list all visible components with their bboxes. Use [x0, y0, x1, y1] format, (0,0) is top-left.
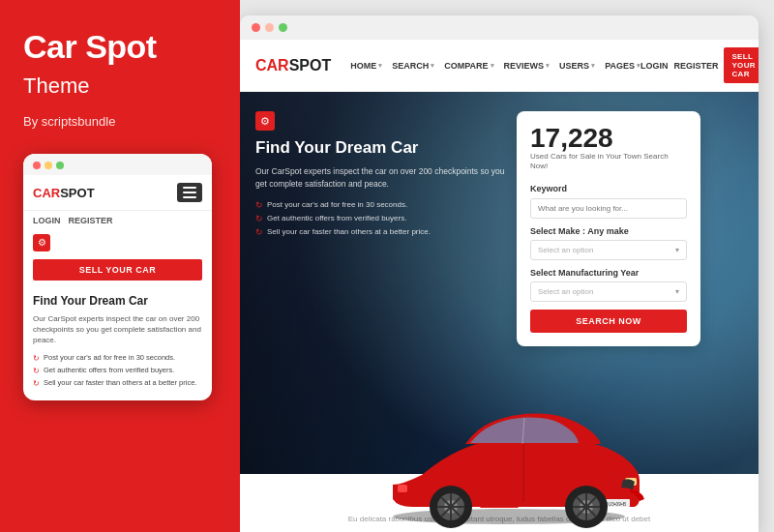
- mobile-feature-icon-1: ↻: [33, 354, 40, 363]
- mobile-gear-icon: ⚙: [33, 234, 50, 251]
- make-chevron-icon: ▾: [675, 246, 679, 254]
- browser-top-bar: [240, 15, 759, 40]
- hero-feature-1: ↻ Post your car's ad for free in 30 seco…: [255, 200, 507, 210]
- keyword-label: Keyword: [530, 184, 687, 193]
- mobile-feature-text-1: Post your car's ad for free in 30 second…: [44, 353, 175, 362]
- mobile-dot-red: [33, 162, 41, 169]
- nav-users[interactable]: USERS ▾: [559, 61, 595, 71]
- mobile-sell-button[interactable]: SELL YOUR CAR: [33, 259, 202, 281]
- hamburger-line-3: [183, 196, 196, 198]
- site-logo: CARSPOT: [255, 57, 331, 74]
- hero-gear-icon: ⚙: [255, 111, 275, 131]
- mobile-gear-row: ⚙: [23, 230, 212, 255]
- search-now-button[interactable]: SEARCH NOW: [530, 310, 687, 333]
- hamburger-line-2: [183, 192, 196, 193]
- nav-search-label: SEARCH: [392, 61, 429, 71]
- hero-feature-3: ↻ Sell your car faster than others at a …: [255, 227, 507, 237]
- site-logo-car: CAR: [255, 57, 289, 74]
- mobile-feature-icon-2: ↻: [33, 367, 40, 375]
- mobile-feature-2: ↻ Get authentic offers from verified buy…: [33, 366, 202, 375]
- car-svg: DU3•09•B: [354, 373, 664, 528]
- make-select[interactable]: Select an option ▾: [530, 240, 687, 260]
- hero-feature-text-3: Sell your car faster than others at a be…: [267, 227, 431, 236]
- hamburger-line-1: [183, 187, 196, 189]
- brand-subtitle: Theme: [23, 74, 217, 98]
- nav-register-link[interactable]: REGISTER: [673, 61, 718, 71]
- browser-content: CARSPOT HOME ▾ SEARCH ▾ COMPARE ▾ REVIEW…: [240, 40, 759, 532]
- mobile-dot-yellow: [45, 162, 52, 169]
- mobile-mockup: CARSPOT LOGIN REGISTER ⚙ SELL YOUR CAR F…: [23, 154, 212, 401]
- hero-feature-text-2: Get authentic offers from verified buyer…: [267, 214, 406, 222]
- hero-section: ⚙ Find Your Dream Car Our CarSpot expert…: [240, 92, 759, 532]
- mobile-feature-text-3: Sell your car faster than others at a be…: [44, 378, 196, 387]
- nav-search-chevron: ▾: [431, 62, 434, 70]
- make-label: Select Make : Any make: [530, 226, 687, 236]
- keyword-input[interactable]: [530, 198, 687, 219]
- nav-reviews-label: REVIEWS: [504, 61, 545, 71]
- hero-feature-2: ↻ Get authentic offers from verified buy…: [255, 214, 507, 223]
- mobile-feature-icon-3: ↻: [33, 379, 40, 388]
- nav-home-chevron: ▾: [378, 62, 382, 70]
- nav-links: HOME ▾ SEARCH ▾ COMPARE ▾ REVIEWS ▾ USER…: [350, 61, 640, 71]
- nav-auth: LOGIN REGISTER SELL YOUR CAR: [640, 47, 759, 83]
- hero-title: Find Your Dream Car: [255, 138, 507, 158]
- nav-users-label: USERS: [559, 61, 589, 71]
- nav-search[interactable]: SEARCH ▾: [392, 61, 434, 71]
- brand-title: Car Spot: [23, 29, 217, 65]
- nav-reviews-chevron: ▾: [546, 62, 550, 70]
- sell-your-car-button[interactable]: SELL YOUR CAR: [724, 47, 759, 83]
- nav-compare[interactable]: COMPARE ▾: [444, 61, 493, 71]
- hamburger-icon[interactable]: [177, 183, 202, 202]
- mobile-hero-text: Our CarSpot experts inspect the car on o…: [33, 313, 202, 346]
- year-label: Select Manufacturing Year: [530, 268, 687, 278]
- browser-dot-green: [279, 23, 287, 32]
- nav-pages[interactable]: PAGES ▾: [605, 61, 640, 71]
- search-widget: 17,228 Used Cars for Sale in Your Town S…: [517, 111, 700, 346]
- search-count: 17,228: [530, 125, 687, 152]
- mobile-nav: CARSPOT: [23, 175, 212, 211]
- site-nav: CARSPOT HOME ▾ SEARCH ▾ COMPARE ▾ REVIEW…: [240, 40, 759, 92]
- nav-reviews[interactable]: REVIEWS ▾: [504, 61, 551, 71]
- year-select[interactable]: Select an option ▾: [530, 281, 687, 302]
- mobile-login-link[interactable]: LOGIN: [33, 216, 61, 225]
- hero-feature-icon-1: ↻: [255, 200, 263, 210]
- browser-dot-red: [252, 23, 260, 32]
- mobile-logo: CARSPOT: [33, 184, 95, 201]
- hero-content: ⚙ Find Your Dream Car Our CarSpot expert…: [240, 92, 759, 532]
- site-logo-spot: SPOT: [289, 57, 332, 74]
- nav-login-link[interactable]: LOGIN: [640, 61, 669, 71]
- year-select-value: Select an option: [538, 287, 593, 296]
- make-select-value: Select an option: [538, 246, 593, 254]
- mobile-top-bar: [23, 154, 212, 175]
- brand-by: By scriptsbundle: [23, 114, 217, 129]
- nav-users-chevron: ▾: [591, 62, 595, 70]
- mobile-dot-green: [56, 162, 64, 169]
- browser-mockup: CARSPOT HOME ▾ SEARCH ▾ COMPARE ▾ REVIEW…: [240, 15, 759, 532]
- mobile-feature-text-2: Get authentic offers from verified buyer…: [44, 366, 174, 374]
- svg-rect-3: [398, 485, 407, 492]
- mobile-logo-car: CAR: [33, 186, 60, 200]
- mobile-register-link[interactable]: REGISTER: [69, 216, 113, 225]
- mobile-content: Find Your Dream Car Our CarSpot experts …: [23, 284, 212, 401]
- hero-feature-icon-2: ↻: [255, 214, 263, 223]
- year-chevron-icon: ▾: [675, 287, 679, 296]
- hero-feature-text-1: Post your car's ad for free in 30 second…: [267, 200, 407, 209]
- mobile-feature-1: ↻ Post your car's ad for free in 30 seco…: [33, 353, 202, 363]
- nav-pages-label: PAGES: [605, 61, 635, 71]
- svg-text:DU3•09•B: DU3•09•B: [605, 501, 627, 507]
- nav-home-label: HOME: [350, 61, 376, 71]
- browser-dot-yellow: [265, 23, 274, 32]
- left-panel: Car Spot Theme By scriptsbundle CARSPOT …: [0, 0, 240, 532]
- nav-home[interactable]: HOME ▾: [350, 61, 382, 71]
- search-count-label: Used Cars for Sale in Your Town Search N…: [530, 152, 687, 172]
- nav-compare-label: COMPARE: [444, 61, 488, 71]
- mobile-hero-title: Find Your Dream Car: [33, 294, 202, 308]
- mobile-feature-3: ↻ Sell your car faster than others at a …: [33, 378, 202, 388]
- nav-compare-chevron: ▾: [491, 62, 494, 70]
- hero-feature-icon-3: ↻: [255, 227, 263, 237]
- car-image: DU3•09•B: [354, 373, 644, 532]
- mobile-login-row: LOGIN REGISTER: [23, 211, 212, 230]
- mobile-logo-spot: SPOT: [60, 186, 94, 200]
- hero-description: Our CarSpot experts inspect the car on o…: [255, 165, 507, 191]
